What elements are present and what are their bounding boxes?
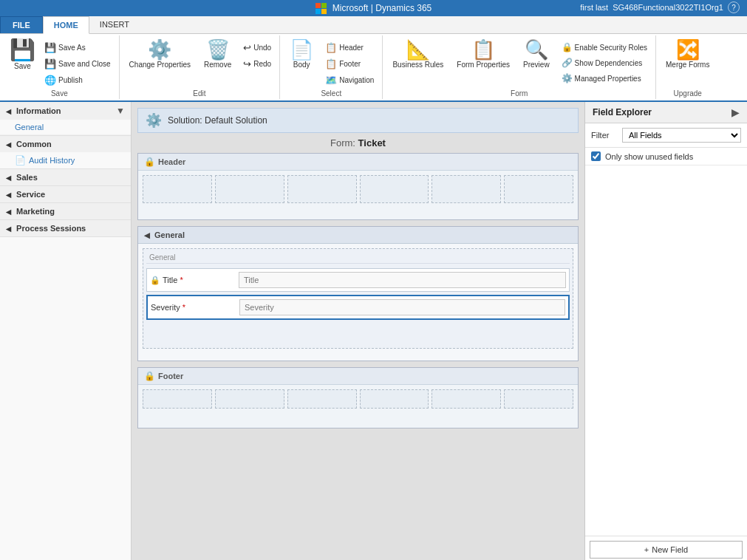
only-unused-checkbox[interactable] bbox=[591, 151, 601, 161]
tab-insert[interactable]: INSERT bbox=[89, 16, 140, 33]
field-explorer-panel: Field Explorer ▶ Filter All Fields Only … bbox=[584, 102, 747, 560]
form-group-label: Form bbox=[387, 89, 651, 98]
remove-button[interactable]: 🗑️ Remove bbox=[199, 37, 236, 72]
body-button[interactable]: 📄 Body bbox=[284, 37, 318, 72]
filter-label: Filter bbox=[591, 131, 618, 140]
upgrade-group-label: Upgrade bbox=[661, 89, 714, 98]
undo-button[interactable]: ↩ Undo bbox=[239, 40, 275, 55]
lock-icon-header: 🔒 bbox=[144, 157, 155, 167]
new-field-icon: + bbox=[644, 545, 649, 554]
header-cell-5[interactable] bbox=[432, 175, 501, 203]
org-name: SG468Functional3022TI1Org1 bbox=[613, 3, 723, 12]
footer-cell-4[interactable] bbox=[360, 389, 429, 409]
tab-home[interactable]: HOME bbox=[43, 16, 89, 34]
arrow-general[interactable]: ◀ bbox=[144, 231, 150, 239]
footer-cell-3[interactable] bbox=[287, 389, 357, 409]
show-dependencies-button[interactable]: 🔗 Show Dependencies bbox=[558, 55, 651, 70]
help-icon[interactable]: ? bbox=[728, 1, 740, 13]
app-title: Microsoft | Dynamics 365 bbox=[332, 3, 432, 13]
save-close-button[interactable]: 💾 Save and Close bbox=[41, 56, 115, 72]
header-cell-1[interactable] bbox=[143, 175, 212, 203]
footer-cell-2[interactable] bbox=[215, 389, 284, 409]
title-required-star: * bbox=[180, 276, 183, 284]
footer-cell-6[interactable] bbox=[504, 389, 573, 409]
new-field-button[interactable]: + New Field bbox=[590, 541, 743, 559]
save-as-button[interactable]: 💾 Save As bbox=[41, 40, 115, 55]
field-explorer-expand-icon[interactable]: ▶ bbox=[731, 106, 740, 118]
header-cell-3[interactable] bbox=[287, 175, 357, 203]
preview-button[interactable]: 🔍 Preview bbox=[518, 37, 555, 72]
publish-button[interactable]: 🌐 Publish bbox=[41, 72, 115, 88]
footer-button[interactable]: 📋 Footer bbox=[321, 56, 378, 72]
section-information[interactable]: ◀ Information ▼ bbox=[0, 102, 131, 120]
footer-section-label: Footer bbox=[158, 372, 183, 380]
lock-icon-title: 🔒 bbox=[150, 276, 160, 285]
general-inner-label: General bbox=[146, 252, 570, 264]
footer-cell-1[interactable] bbox=[143, 389, 212, 409]
header-section-label: Header bbox=[158, 157, 185, 166]
solution-icon: ⚙️ bbox=[146, 112, 162, 129]
section-service[interactable]: ◀ Service bbox=[0, 186, 131, 202]
header-button[interactable]: 📋 Header bbox=[321, 40, 378, 55]
nav-item-audit-history[interactable]: 📄 Audit History bbox=[0, 152, 131, 168]
tab-file[interactable]: FILE bbox=[0, 16, 43, 33]
title-field-row[interactable]: 🔒 Title * bbox=[146, 268, 570, 292]
navigation-button[interactable]: 🗺️ Navigation bbox=[321, 72, 378, 88]
field-explorer-title: Field Explorer bbox=[593, 107, 652, 117]
form-name: Ticket bbox=[358, 137, 386, 148]
managed-properties-button[interactable]: ⚙️ Managed Properties bbox=[558, 71, 651, 86]
severity-field-input[interactable] bbox=[239, 299, 565, 315]
left-nav: ◀ Information ▼ General ◀ Common 📄 Audit… bbox=[0, 102, 132, 560]
form-label: Form: bbox=[330, 137, 355, 148]
header-cell-2[interactable] bbox=[215, 175, 284, 203]
nav-item-general[interactable]: General bbox=[0, 120, 131, 135]
severity-field-row[interactable]: Severity * bbox=[146, 295, 570, 320]
change-properties-button[interactable]: ⚙️ Change Properties bbox=[124, 37, 196, 72]
field-list-area bbox=[585, 165, 747, 536]
only-unused-label: Only show unused fields bbox=[605, 152, 693, 161]
edit-group-label: Edit bbox=[124, 89, 276, 98]
footer-section: 🔒 Footer bbox=[137, 367, 579, 428]
center-content: ⚙️ Solution: Default Solution Form: Tick… bbox=[132, 102, 584, 560]
header-cell-4[interactable] bbox=[360, 175, 429, 203]
save-button[interactable]: 💾 Save bbox=[4, 37, 41, 73]
section-common[interactable]: ◀ Common bbox=[0, 136, 131, 152]
severity-field-label: Severity bbox=[151, 303, 180, 312]
enable-security-roles-button[interactable]: 🔒 Enable Security Roles bbox=[558, 40, 651, 55]
severity-required-star: * bbox=[183, 303, 185, 312]
filter-select[interactable]: All Fields bbox=[622, 128, 741, 143]
select-group-label: Select bbox=[284, 89, 378, 98]
form-properties-button[interactable]: 📋 Form Properties bbox=[451, 37, 515, 72]
header-cell-6[interactable] bbox=[504, 175, 573, 203]
new-field-label: New Field bbox=[652, 545, 688, 554]
solution-bar: ⚙️ Solution: Default Solution bbox=[137, 108, 579, 133]
merge-forms-button[interactable]: 🔀 Merge Forms bbox=[661, 37, 714, 72]
save-group-label: Save bbox=[4, 89, 115, 98]
general-section-label: General bbox=[154, 231, 185, 239]
business-rules-button[interactable]: 📐 Business Rules bbox=[387, 37, 448, 72]
redo-button[interactable]: ↪ Redo bbox=[239, 56, 275, 72]
solution-title: Solution: Default Solution bbox=[168, 115, 267, 126]
section-sales[interactable]: ◀ Sales bbox=[0, 169, 131, 185]
title-field-label: Title bbox=[163, 276, 177, 284]
section-marketing[interactable]: ◀ Marketing bbox=[0, 203, 131, 219]
title-field-input[interactable] bbox=[239, 272, 566, 288]
lock-icon-footer: 🔒 bbox=[144, 371, 155, 381]
section-process-sessions[interactable]: ◀ Process Sessions bbox=[0, 220, 131, 236]
general-section: ◀ General General 🔒 Title * Se bbox=[137, 226, 579, 361]
user-name: first last bbox=[580, 3, 608, 12]
expand-information-icon[interactable]: ▼ bbox=[116, 106, 125, 116]
footer-cell-5[interactable] bbox=[432, 389, 501, 409]
header-section: 🔒 Header bbox=[137, 153, 579, 220]
